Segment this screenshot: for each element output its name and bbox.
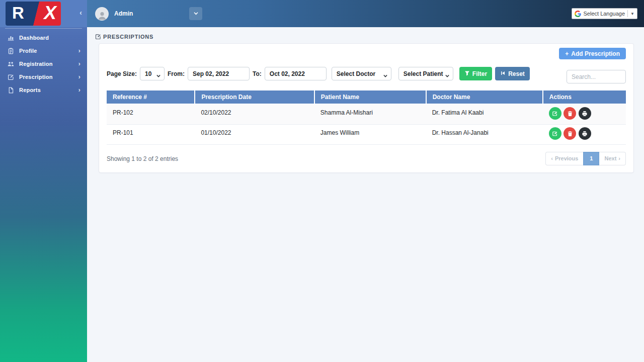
sidebar-item-label: Dashboard <box>19 35 49 41</box>
patient-select[interactable]: Select Patient <box>398 67 453 80</box>
pagination: ‹ Previous 1 Next › <box>545 152 626 165</box>
main-content: PRESCRIPTIONS + Add Prescription Page Si… <box>87 27 644 362</box>
sidebar-header: R X ‹ <box>0 0 87 27</box>
prescriptions-table: Reference # Prescription Date Patient Na… <box>107 90 626 145</box>
pencil-square-icon <box>552 111 558 117</box>
chevron-right-icon: › <box>78 60 80 67</box>
cell-patient: James William <box>314 125 426 145</box>
reset-button[interactable]: Reset <box>495 67 530 80</box>
users-icon <box>8 60 15 67</box>
previous-page-button[interactable]: ‹ Previous <box>545 152 583 165</box>
chevron-right-icon: › <box>78 73 80 80</box>
pencil-square-icon <box>95 34 101 40</box>
edit-button[interactable] <box>549 107 561 120</box>
delete-button[interactable] <box>564 107 576 120</box>
funnel-icon <box>464 70 470 77</box>
cell-date: 01/10/2022 <box>195 125 314 145</box>
sidebar-item-prescription[interactable]: Prescription › <box>0 70 87 83</box>
sidebar-item-label: Registration <box>19 61 53 67</box>
sidebar: R X ‹ Dashboard Profile › Registration › <box>0 0 87 362</box>
filter-button[interactable]: Filter <box>459 67 492 80</box>
bar-chart-icon <box>8 34 15 41</box>
from-label: From: <box>168 70 185 77</box>
sidebar-item-dashboard[interactable]: Dashboard <box>0 31 87 44</box>
chevron-left-icon: ‹ <box>551 156 553 161</box>
column-header-actions: Actions <box>543 90 626 104</box>
user-name: Admin <box>114 10 133 17</box>
logo-letter-x: X <box>44 3 56 24</box>
add-prescription-button[interactable]: + Add Prescription <box>559 48 626 59</box>
sidebar-collapse-icon[interactable]: ‹ <box>79 9 82 16</box>
pencil-square-icon <box>552 131 558 137</box>
sidebar-item-label: Prescription <box>19 74 53 80</box>
sidebar-item-registration[interactable]: Registration › <box>0 57 87 70</box>
column-header-patient[interactable]: Patient Name <box>314 90 426 104</box>
to-label: To: <box>253 70 262 77</box>
chevron-down-icon <box>193 10 199 18</box>
app-logo[interactable]: R X <box>6 2 61 26</box>
cell-actions <box>543 104 626 125</box>
search-input[interactable] <box>567 70 626 83</box>
printer-icon <box>582 131 588 137</box>
delete-button[interactable] <box>564 127 576 140</box>
from-date-input[interactable] <box>188 67 250 80</box>
next-page-button[interactable]: Next › <box>599 152 626 165</box>
cell-doctor: Dr. Fatima Al Kaabi <box>426 104 543 125</box>
breadcrumb: PRESCRIPTIONS <box>87 27 644 40</box>
patient-select-value: Select Patient <box>404 70 443 77</box>
edit-button[interactable] <box>549 127 561 140</box>
person-icon <box>97 11 107 21</box>
chevron-down-icon <box>156 71 161 80</box>
plus-icon: + <box>565 50 569 57</box>
page-size-value: 10 <box>145 70 151 77</box>
sidebar-divider <box>5 28 82 29</box>
reset-button-label: Reset <box>508 70 525 77</box>
cell-patient: Shamma Al-Mishari <box>314 104 426 125</box>
cell-actions <box>543 125 626 145</box>
chevron-down-icon <box>383 71 388 80</box>
cell-date: 02/10/2022 <box>195 104 314 125</box>
language-selector[interactable]: Select Language ▼ <box>572 8 638 19</box>
table-header-row: Reference # Prescription Date Patient Na… <box>107 90 626 104</box>
google-logo-icon <box>575 11 581 17</box>
printer-icon <box>582 111 588 117</box>
cell-reference: PR-101 <box>107 125 195 145</box>
page-size-select[interactable]: 10 <box>140 67 165 80</box>
page-1-button[interactable]: 1 <box>583 152 599 165</box>
print-button[interactable] <box>579 107 591 120</box>
trash-icon <box>567 131 573 137</box>
filter-toolbar: Page Size: 10 From: To: Select Doctor Se… <box>107 64 626 83</box>
cell-doctor: Dr. Hassan Al-Janabi <box>426 125 543 145</box>
clipboard-icon <box>8 47 15 54</box>
sidebar-menu: Dashboard Profile › Registration › Presc… <box>0 30 87 97</box>
user-avatar[interactable] <box>95 7 109 21</box>
print-button[interactable] <box>579 127 591 140</box>
chevron-right-icon: › <box>618 156 620 161</box>
sidebar-item-reports[interactable]: Reports › <box>0 83 87 97</box>
table-row: PR-101 01/10/2022 James William Dr. Hass… <box>107 125 626 145</box>
page-title: PRESCRIPTIONS <box>103 34 153 40</box>
cell-reference: PR-102 <box>107 104 195 125</box>
triangle-down-icon: ▼ <box>630 12 634 16</box>
chevron-right-icon: › <box>78 86 80 94</box>
entries-summary: Showing 1 to 2 of 2 entries <box>107 155 178 162</box>
column-header-doctor[interactable]: Doctor Name <box>426 90 543 104</box>
column-header-reference[interactable]: Reference # <box>107 90 195 104</box>
divider <box>627 10 628 17</box>
next-label: Next <box>604 156 616 161</box>
page-size-label: Page Size: <box>107 70 137 77</box>
sidebar-item-profile[interactable]: Profile › <box>0 44 87 57</box>
pencil-square-icon <box>8 73 15 80</box>
chevron-down-icon <box>445 71 450 80</box>
file-icon <box>8 86 15 94</box>
previous-label: Previous <box>555 156 578 161</box>
user-menu-dropdown-button[interactable] <box>189 7 202 20</box>
sidebar-item-label: Profile <box>19 48 37 54</box>
add-prescription-label: Add Prescription <box>571 50 620 57</box>
trash-icon <box>567 111 573 117</box>
chevron-right-icon: › <box>78 47 80 54</box>
filter-button-label: Filter <box>472 70 487 77</box>
to-date-input[interactable] <box>265 67 327 80</box>
doctor-select[interactable]: Select Doctor <box>332 67 391 80</box>
column-header-date[interactable]: Prescription Date <box>195 90 314 104</box>
